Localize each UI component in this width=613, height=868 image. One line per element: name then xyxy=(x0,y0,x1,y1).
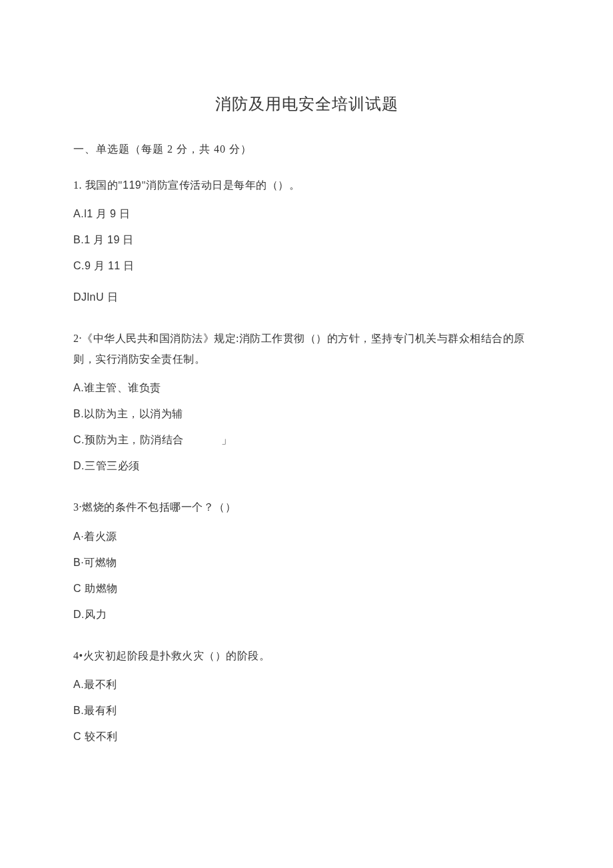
option-letter: B. xyxy=(73,705,84,716)
q1-option-c: C.9 月 11 日 xyxy=(73,259,540,273)
option-letter: C. xyxy=(73,434,85,445)
question-2: 2·《中华人民共和国消防法》规定:消防工作贯彻（）的方针，坚持专门机关与群众相结… xyxy=(73,329,540,473)
option-text: 助燃物 xyxy=(85,583,118,594)
q2-option-d: D.三管三必须 xyxy=(73,459,540,473)
option-text: 着火源 xyxy=(84,531,117,542)
option-num: 11 xyxy=(108,260,121,271)
q3-option-b: B·可燃物 xyxy=(73,556,540,570)
option-text: 9 xyxy=(85,260,91,271)
q4-option-a: A.最不利 xyxy=(73,678,540,692)
q1-stem-prefix: 1. 我国的 xyxy=(73,179,118,191)
option-letter: A. xyxy=(73,679,84,690)
question-1-stem: 1. 我国的"119"消防宣传活动日是每年的（）。 xyxy=(73,175,540,195)
option-letter: A. xyxy=(73,382,84,393)
option-text: 三管三必须 xyxy=(85,460,140,471)
option-cn: 月 xyxy=(93,208,111,219)
question-2-stem: 2·《中华人民共和国消防法》规定:消防工作贯彻（）的方针，坚持专门机关与群众相结… xyxy=(73,329,540,369)
option-letter: A. xyxy=(73,208,84,219)
question-1: 1. 我国的"119"消防宣传活动日是每年的（）。 A.l1 月 9 日 B.1… xyxy=(73,175,540,305)
option-text: 最不利 xyxy=(84,679,117,690)
option-cn: 月 xyxy=(91,260,108,271)
option-letter: C xyxy=(73,731,85,742)
q1-stem-suffix: 消防宣传活动日是每年的（）。 xyxy=(146,179,300,191)
q3-option-c: C 助燃物 xyxy=(73,582,540,596)
option-text: 谁主管、谁负责 xyxy=(84,382,161,393)
q1-option-a: A.l1 月 9 日 xyxy=(73,207,540,221)
option-letter: D xyxy=(73,291,81,303)
question-4: 4•火灾初起阶段是扑救火灾（）的阶段。 A.最不利 B.最有利 C 较不利 xyxy=(73,646,540,744)
option-cn: 日 xyxy=(104,291,118,303)
option-letter: B. xyxy=(73,234,84,245)
option-text: JlnU xyxy=(81,291,104,303)
q1-quote-open: " xyxy=(118,179,123,191)
option-text: 风力 xyxy=(85,609,107,620)
option-letter: D. xyxy=(73,460,85,471)
option-cn: 月 xyxy=(91,234,108,245)
q1-option-d: DJlnU 日 xyxy=(73,291,540,305)
q2-option-a: A.谁主管、谁负责 xyxy=(73,381,540,395)
option-text: 最有利 xyxy=(84,705,117,716)
option-text: 1 xyxy=(84,234,90,245)
option-text: 较不利 xyxy=(85,731,118,742)
option-text: l1 xyxy=(84,208,93,219)
page-title: 消防及用电安全培训试题 xyxy=(73,93,540,115)
question-4-stem: 4•火灾初起阶段是扑救火灾（）的阶段。 xyxy=(73,646,540,666)
q2-option-c: C.预防为主，防消结合」 xyxy=(73,433,540,447)
q3-option-a: A·着火源 xyxy=(73,530,540,544)
option-letter: B· xyxy=(73,557,84,568)
option-text: 可燃物 xyxy=(84,557,117,568)
option-text: 以防为主，以消为辅 xyxy=(84,408,183,419)
q1-option-b: B.1 月 19 日 xyxy=(73,233,540,247)
section-header: 一、单选题（每题 2 分，共 40 分） xyxy=(73,143,540,157)
option-cn2: 日 xyxy=(121,260,135,271)
q4-option-b: B.最有利 xyxy=(73,704,540,718)
option-cn2: 日 xyxy=(120,234,134,245)
option-letter: C xyxy=(73,583,85,594)
q3-option-d: D.风力 xyxy=(73,608,540,622)
question-3-stem: 3·燃烧的条件不包括哪一个？（） xyxy=(73,497,540,517)
question-3: 3·燃烧的条件不包括哪一个？（） A·着火源 B·可燃物 C 助燃物 D.风力 xyxy=(73,497,540,621)
bracket-mark: 」 xyxy=(221,433,233,447)
option-cn2: 日 xyxy=(116,208,130,219)
option-num: 19 xyxy=(107,234,120,245)
q4-option-c: C 较不利 xyxy=(73,730,540,744)
q1-119: 119 xyxy=(123,179,141,191)
option-letter: B. xyxy=(73,408,84,419)
option-letter: A· xyxy=(73,531,84,542)
option-text: 预防为主，防消结合 xyxy=(85,434,184,445)
option-letter: C. xyxy=(73,260,85,271)
q2-option-b: B.以防为主，以消为辅 xyxy=(73,407,540,421)
option-letter: D. xyxy=(73,609,85,620)
